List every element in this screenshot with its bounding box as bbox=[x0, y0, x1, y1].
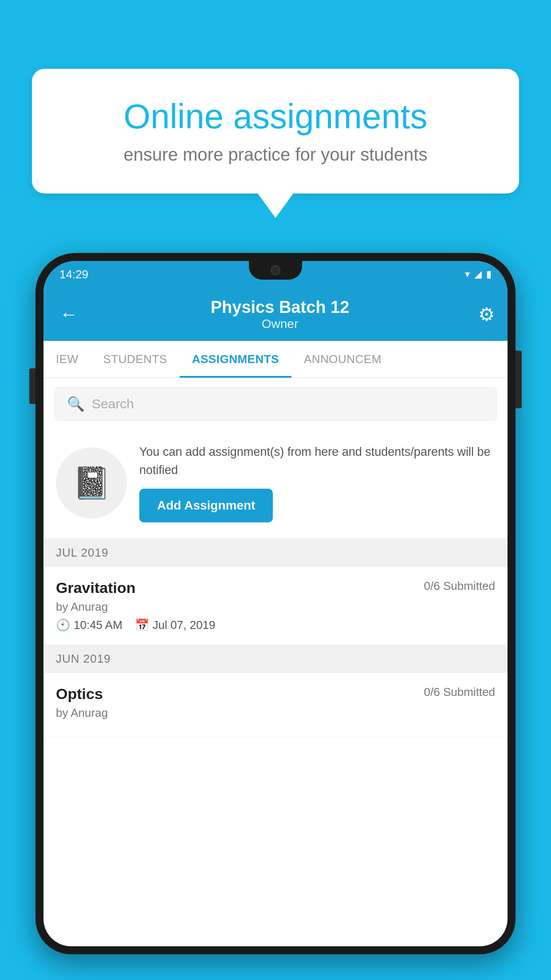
phone-inner: 14:29 ▾ ◢ ▮ ← Physics Batch 12 Owner ⚙ I… bbox=[43, 261, 508, 946]
notebook-icon: 📓 bbox=[72, 465, 111, 501]
search-container: 🔍 Search bbox=[43, 378, 508, 430]
section-header-jul: JUL 2019 bbox=[43, 539, 508, 567]
phone-container: 14:29 ▾ ◢ ▮ ← Physics Batch 12 Owner ⚙ I… bbox=[35, 253, 516, 980]
assignment-item-optics[interactable]: Optics 0/6 Submitted by Anurag bbox=[43, 673, 508, 737]
add-assignment-promo: 📓 You can add assignment(s) from here an… bbox=[43, 430, 508, 539]
tab-students[interactable]: STUDENTS bbox=[91, 341, 180, 378]
assignment-author: by Anurag bbox=[56, 600, 495, 614]
search-bar[interactable]: 🔍 Search bbox=[54, 387, 497, 421]
tabs-container: IEW STUDENTS ASSIGNMENTS ANNOUNCEM bbox=[43, 341, 508, 378]
speech-bubble-container: Online assignments ensure more practice … bbox=[32, 69, 519, 218]
promo-text: You can add assignment(s) from here and … bbox=[139, 443, 495, 479]
assignment-header-optics: Optics 0/6 Submitted bbox=[56, 685, 495, 703]
speech-bubble-arrow bbox=[258, 194, 293, 218]
assignment-submitted: 0/6 Submitted bbox=[424, 579, 495, 593]
promo-icon-circle: 📓 bbox=[56, 447, 127, 518]
status-bar: 14:29 ▾ ◢ ▮ bbox=[43, 261, 508, 288]
search-icon: 🔍 bbox=[67, 395, 85, 412]
settings-icon[interactable]: ⚙ bbox=[478, 304, 495, 325]
tab-announcements[interactable]: ANNOUNCEM bbox=[291, 341, 394, 378]
assignment-title: Gravitation bbox=[56, 579, 135, 597]
add-assignment-button[interactable]: Add Assignment bbox=[139, 489, 273, 522]
assignment-meta: 🕙 10:45 AM 📅 Jul 07, 2019 bbox=[56, 618, 495, 632]
app-bar: ← Physics Batch 12 Owner ⚙ bbox=[43, 288, 508, 341]
assignment-item-gravitation[interactable]: Gravitation 0/6 Submitted by Anurag 🕙 10… bbox=[43, 567, 508, 645]
notch bbox=[249, 261, 302, 280]
speech-bubble-title: Online assignments bbox=[67, 98, 484, 136]
assignment-date: 📅 Jul 07, 2019 bbox=[135, 618, 216, 632]
app-bar-title-container: Physics Batch 12 Owner bbox=[91, 298, 469, 331]
speech-bubble-subtitle: ensure more practice for your students bbox=[67, 145, 484, 165]
speech-bubble: Online assignments ensure more practice … bbox=[32, 69, 519, 194]
tab-iew[interactable]: IEW bbox=[43, 341, 91, 378]
camera-icon bbox=[271, 265, 280, 275]
assignment-time: 🕙 10:45 AM bbox=[56, 618, 122, 632]
section-header-jun: JUN 2019 bbox=[43, 645, 508, 673]
app-bar-subtitle: Owner bbox=[91, 317, 469, 331]
status-time: 14:29 bbox=[59, 268, 88, 281]
signal-icon: ◢ bbox=[474, 269, 482, 280]
calendar-icon: 📅 bbox=[135, 618, 149, 632]
tab-assignments[interactable]: ASSIGNMENTS bbox=[180, 341, 291, 378]
wifi-icon: ▾ bbox=[465, 269, 470, 280]
assignment-header: Gravitation 0/6 Submitted bbox=[56, 579, 495, 597]
search-placeholder: Search bbox=[92, 396, 134, 411]
app-bar-title: Physics Batch 12 bbox=[91, 298, 469, 317]
assignment-author-optics: by Anurag bbox=[56, 706, 495, 720]
assignment-time-value: 10:45 AM bbox=[74, 618, 122, 632]
promo-content: You can add assignment(s) from here and … bbox=[139, 443, 495, 522]
phone-outer: 14:29 ▾ ◢ ▮ ← Physics Batch 12 Owner ⚙ I… bbox=[35, 253, 516, 954]
clock-icon: 🕙 bbox=[56, 618, 70, 632]
assignment-submitted-optics: 0/6 Submitted bbox=[424, 685, 495, 699]
assignment-date-value: Jul 07, 2019 bbox=[153, 618, 216, 632]
battery-icon: ▮ bbox=[486, 269, 492, 280]
back-button[interactable]: ← bbox=[56, 300, 82, 328]
assignment-title-optics: Optics bbox=[56, 685, 103, 703]
status-icons: ▾ ◢ ▮ bbox=[465, 269, 492, 280]
